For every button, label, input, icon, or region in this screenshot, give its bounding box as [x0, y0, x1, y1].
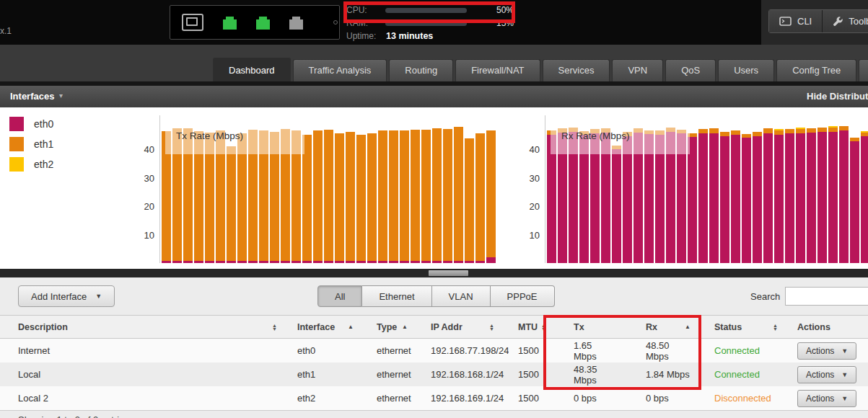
- ram-label: RAM:: [346, 18, 385, 28]
- column-label: Type: [377, 322, 397, 332]
- actions-cell: Actions▼: [786, 339, 868, 363]
- sort-asc-icon[interactable]: ▲: [348, 324, 354, 330]
- legend-label: eth2: [34, 159, 53, 170]
- column-header-interface[interactable]: Interface▲: [289, 316, 368, 338]
- bar-segment-eth1: [367, 133, 377, 261]
- bar-segment-eth0: [237, 261, 247, 263]
- filter-all[interactable]: All: [317, 285, 362, 307]
- bar-segment-eth0: [400, 261, 409, 263]
- bar-segment-eth0: [612, 149, 621, 263]
- sort-both-icon[interactable]: ▲▼: [541, 324, 546, 331]
- column-header-mtu[interactable]: MTU▲▼: [509, 316, 552, 338]
- chart-bar: [389, 130, 398, 263]
- bar-segment-eth0: [839, 130, 849, 263]
- top-status-bar: x.1 CPU: 50% RAM: 15% Uptime: 13 minutes: [0, 0, 868, 45]
- sort-asc-icon[interactable]: ▲: [402, 324, 408, 330]
- ip-addr-cell: 192.168.77.198/24: [422, 339, 509, 363]
- filter-pppoe[interactable]: PPPoE: [491, 285, 555, 307]
- mtu-cell: 1500: [509, 386, 552, 410]
- ram-stat-row: RAM: 15%: [346, 17, 514, 29]
- bar-segment-eth0: [291, 261, 301, 263]
- bar-segment-eth0: [709, 133, 719, 263]
- toolbox-button[interactable]: Toolbox: [822, 10, 868, 32]
- column-header-rx[interactable]: Rx▲: [624, 316, 696, 338]
- rx-chart-title: Rx Rate (Mbps): [551, 125, 690, 141]
- actions-button[interactable]: Actions▼: [797, 366, 856, 383]
- rx-chart-label: Rx Rate (Mbps): [551, 125, 690, 154]
- tab-users[interactable]: Users: [718, 59, 774, 81]
- sort-both-icon[interactable]: ▲▼: [272, 324, 277, 331]
- tab-vpn[interactable]: VPN: [612, 59, 663, 81]
- type-cell: ethernet: [368, 339, 422, 363]
- sort-asc-icon[interactable]: ▲: [685, 324, 691, 330]
- sort-both-icon[interactable]: ▲▼: [773, 324, 778, 331]
- hide-distribution-link[interactable]: Hide Distribution: [807, 91, 868, 102]
- legend-item-eth0[interactable]: eth0: [9, 117, 53, 131]
- tab-firewall-nat[interactable]: Firewall/NAT: [455, 59, 540, 81]
- tab-config-tree[interactable]: Config Tree: [776, 59, 856, 81]
- legend-swatch-eth2: [9, 157, 24, 172]
- mtu-cell: 1500: [509, 339, 552, 363]
- chart-legend: eth0eth1eth2: [9, 117, 53, 177]
- status-led-icon: [333, 20, 338, 25]
- ram-value: 15%: [467, 18, 514, 28]
- port-eth1-icon[interactable]: [256, 19, 270, 30]
- column-label: Interface: [297, 322, 335, 332]
- column-label: IP Addr: [431, 322, 463, 332]
- column-header-ip-addr[interactable]: IP Addr▲▼: [422, 316, 509, 338]
- sort-both-icon[interactable]: ▲▼: [489, 324, 494, 331]
- tab-routing[interactable]: Routing: [389, 59, 453, 81]
- tx-y-axis: 10203040: [134, 115, 154, 263]
- chart-bar: [443, 129, 452, 263]
- tab-wizards[interactable]: Wizards: [859, 59, 868, 81]
- chevron-down-icon[interactable]: ▾: [59, 92, 63, 99]
- chart-bar: [839, 126, 849, 263]
- y-axis-tick: 20: [144, 201, 154, 212]
- search-input[interactable]: [785, 287, 868, 306]
- bar-segment-eth0: [346, 261, 355, 263]
- add-interface-button[interactable]: Add Interface ▼: [18, 285, 115, 307]
- status-cell: Disconnected: [696, 386, 786, 410]
- legend-item-eth1[interactable]: eth1: [9, 137, 53, 151]
- actions-button[interactable]: Actions▼: [797, 390, 856, 407]
- bar-segment-eth1: [432, 128, 442, 261]
- legend-swatch-eth1: [9, 137, 24, 151]
- bar-segment-eth0: [248, 261, 258, 263]
- bar-segment-eth0: [378, 261, 387, 263]
- bar-segment-eth0: [817, 132, 827, 263]
- section-title[interactable]: Interfaces: [10, 91, 54, 102]
- y-axis-tick: 10: [144, 230, 154, 241]
- tab-traffic-analysis[interactable]: Traffic Analysis: [293, 59, 387, 81]
- port-eth0-icon[interactable]: [223, 19, 237, 30]
- chart-bar: [817, 128, 827, 263]
- cli-button[interactable]: CLI: [769, 10, 822, 32]
- tx-chart-label: Tx Rate (Mbps): [165, 125, 304, 154]
- legend-item-eth2[interactable]: eth2: [9, 157, 53, 172]
- table-body: Interneteth0ethernet192.168.77.198/24150…: [0, 339, 868, 410]
- column-header-description[interactable]: Description▲▼: [0, 316, 289, 338]
- chart-bar: [378, 130, 387, 263]
- actions-button-label: Actions: [806, 346, 834, 356]
- tx-cell: 1.65 Mbps: [552, 339, 624, 363]
- bar-segment-eth1: [486, 130, 496, 257]
- status-cell: Connected: [696, 339, 786, 363]
- column-header-type[interactable]: Type▲: [368, 316, 422, 338]
- toolbox-button-label: Toolbox: [849, 16, 868, 27]
- table-row-eth1: Localeth1ethernet192.168.168.1/24150048.…: [0, 363, 868, 386]
- filter-vlan[interactable]: VLAN: [432, 285, 491, 307]
- tab-qos[interactable]: QoS: [665, 59, 716, 81]
- port-eth2-icon[interactable]: [289, 19, 303, 30]
- column-header-status[interactable]: Status▲▼: [696, 316, 786, 338]
- tab-services[interactable]: Services: [543, 59, 610, 81]
- table-header-row: Description▲▼Interface▲Type▲IP Addr▲▼MTU…: [0, 315, 868, 339]
- scrollbar-thumb[interactable]: [429, 270, 468, 276]
- bar-segment-eth0: [216, 261, 225, 263]
- chart-bar: [731, 130, 740, 263]
- tab-dashboard[interactable]: Dashboard: [213, 58, 291, 81]
- filter-ethernet[interactable]: Ethernet: [362, 285, 431, 307]
- horizontal-scrollbar[interactable]: [0, 269, 868, 277]
- charts-panel: eth0eth1eth2 10203040 Tx Rate (Mbps) 102…: [0, 107, 868, 269]
- bar-segment-eth0: [698, 133, 708, 263]
- bar-segment-eth1: [324, 130, 333, 261]
- actions-button[interactable]: Actions▼: [797, 342, 856, 360]
